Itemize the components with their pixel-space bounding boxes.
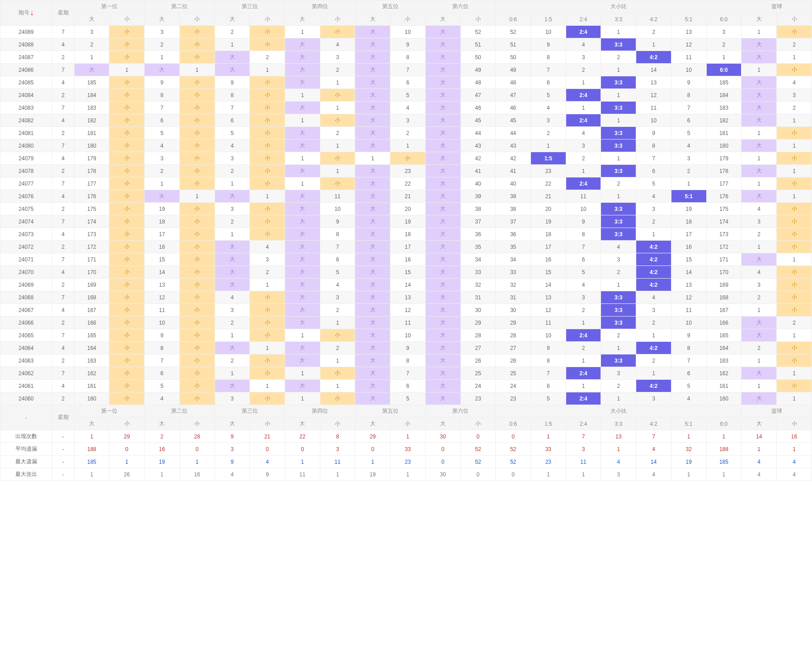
cell-big: 大 <box>285 140 320 152</box>
cell-big: 5 <box>145 380 180 392</box>
cell-big: 大 <box>425 304 460 317</box>
cell-blue-big: 1 <box>742 127 777 140</box>
cell-small: 9 <box>320 215 355 228</box>
cell-ratio: 42 <box>496 152 531 165</box>
cell-blue-small: 小 <box>777 380 812 392</box>
cell-small: 小 <box>179 76 215 89</box>
stats-cell: 4 <box>777 456 812 468</box>
header-pos1[interactable]: 第一位 <box>74 0 144 13</box>
cell-ratio: 1 <box>636 367 671 380</box>
cell-small: 小 <box>320 89 355 102</box>
cell-big: 19 <box>145 203 180 215</box>
cell-small: 小 <box>179 127 215 140</box>
cell-small: 小 <box>109 76 145 89</box>
cell-ratio: 23 <box>530 165 566 177</box>
stats-cell: 0 <box>250 443 285 456</box>
cell-small: 1 <box>320 380 355 392</box>
cell-small: 1 <box>250 279 285 291</box>
stats-row-avgmiss: 平均遗漏-1880160300303305252333143218811 <box>0 443 812 456</box>
cell-small: 46 <box>460 102 496 114</box>
cell-big: 大 <box>425 177 460 190</box>
cell-ratio: 168 <box>706 291 742 304</box>
stats-cell: 16 <box>179 468 215 481</box>
cell-blue-small: 小 <box>777 203 812 215</box>
cell-ratio: 180 <box>706 140 742 152</box>
cell-ratio: 179 <box>706 152 742 165</box>
cell-small: 26 <box>460 354 496 367</box>
header-week[interactable]: 星期 <box>52 0 74 26</box>
subhead-ratio: 1:5 <box>530 13 566 26</box>
header-blue[interactable]: 篮球 <box>742 0 812 13</box>
table-row: 240782178小2小2小大1大23大41412313:362178大1 <box>0 165 812 177</box>
stats-cell: 0 <box>496 430 531 443</box>
cell-week: 2 <box>52 89 74 102</box>
cell-small: 28 <box>460 329 496 342</box>
cell-ratio: 162 <box>706 367 742 380</box>
header-issue[interactable]: 期号▲▼ <box>0 0 52 26</box>
cell-ratio: 3:3 <box>601 304 636 317</box>
cell-week: 2 <box>52 279 74 291</box>
header-pos5[interactable]: 第五位 <box>355 0 425 13</box>
cell-small: 小 <box>109 241 145 253</box>
cell-small: 小 <box>179 215 215 228</box>
cell-big: 8 <box>145 89 180 102</box>
stats-cell: 7 <box>636 430 671 443</box>
cell-issue: 24063 <box>0 354 52 367</box>
cell-ratio: 2:4 <box>566 26 601 38</box>
cell-big: 大 <box>355 177 390 190</box>
cell-small: 小 <box>109 38 145 51</box>
cell-small: 22 <box>390 177 426 190</box>
cell-ratio: 1 <box>636 228 671 241</box>
table-row: 2408842小2小1小大4大9大5151943:31122大2 <box>0 38 812 51</box>
cell-small: 49 <box>460 64 496 76</box>
cell-big: 大 <box>425 190 460 203</box>
stats-row-maxrun: 最大连出-12611649111191300011341144 <box>0 468 812 481</box>
cell-big: 大 <box>285 215 320 228</box>
stats-dash: - <box>0 405 52 430</box>
cell-ratio: 160 <box>706 392 742 405</box>
header-pos4[interactable]: 第四位 <box>285 0 355 13</box>
header-pos2[interactable]: 第二位 <box>145 0 215 13</box>
cell-week: 7 <box>52 140 74 152</box>
header-pos3[interactable]: 第三位 <box>215 0 285 13</box>
cell-big: 1 <box>145 177 180 190</box>
cell-ratio: 41 <box>496 165 531 177</box>
cell-big: 12 <box>145 291 180 304</box>
cell-small: 47 <box>460 89 496 102</box>
cell-big: 大 <box>355 89 390 102</box>
table-row: 240867大1大1大1大2大7大494972114106:01小 <box>0 64 812 76</box>
cell-ratio: 9 <box>636 127 671 140</box>
cell-big: 大 <box>285 228 320 241</box>
stats-cell: 1 <box>74 430 109 443</box>
cell-small: 小 <box>179 203 215 215</box>
cell-issue: 24088 <box>0 38 52 51</box>
cell-issue: 24078 <box>0 165 52 177</box>
table-row: 240704170小14小大2大5大15大333315524:2141704小 <box>0 266 812 279</box>
stats-cell: 23 <box>390 456 426 468</box>
cell-small: 11 <box>320 190 355 203</box>
cell-small: 小 <box>179 38 215 51</box>
cell-big: 161 <box>74 380 109 392</box>
cell-blue-big: 1 <box>742 64 777 76</box>
stats-cell: 3 <box>215 443 250 456</box>
cell-small: 小 <box>179 165 215 177</box>
header-pos6[interactable]: 第六位 <box>425 0 495 13</box>
cell-big: 大 <box>355 266 390 279</box>
cell-ratio: 29 <box>496 317 531 329</box>
cell-ratio: 1 <box>566 317 601 329</box>
cell-small: 1 <box>320 140 355 152</box>
cell-ratio: 4 <box>671 140 706 152</box>
cell-small: 2 <box>320 304 355 317</box>
cell-week: 2 <box>52 203 74 215</box>
cell-big: 大 <box>425 127 460 140</box>
cell-issue: 24073 <box>0 228 52 241</box>
cell-small: 小 <box>109 291 145 304</box>
cell-ratio: 10 <box>636 114 671 127</box>
table-row: 240722172小16小大4大7大17大353517744:2161721小 <box>0 241 812 253</box>
header-ratio[interactable]: 大小比 <box>496 0 742 13</box>
cell-small: 小 <box>179 26 215 38</box>
stats-cell: 1 <box>566 468 601 481</box>
cell-small: 2 <box>250 51 285 64</box>
cell-ratio: 48 <box>496 76 531 89</box>
cell-blue-small: 小 <box>777 354 812 367</box>
